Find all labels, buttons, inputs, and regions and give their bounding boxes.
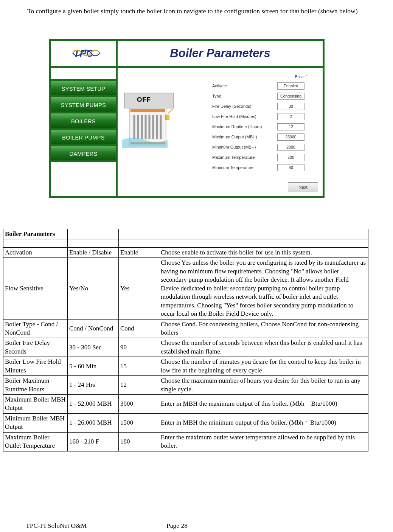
table-title: Boiler Parameters [3, 229, 68, 239]
table-row: Maximum Boiler Outlet Temperature160 - 2… [3, 432, 368, 451]
nav-sidebar: SYSTEM SETUP SYSTEM PUMPS BOILERS BOILER… [51, 68, 118, 196]
table-row: Boiler Fire Delay Seconds30 - 300 Sec90C… [3, 338, 368, 357]
field-activate[interactable]: Enabled [277, 82, 304, 90]
table-row: ActivationEnable / DisableEnableChoose e… [3, 248, 368, 258]
svg-rect-12 [165, 115, 169, 119]
label-max-temp: Maximum Temperature [212, 155, 277, 160]
intro-text: To configure a given boiler simply touch… [27, 7, 367, 16]
label-fire-delay: Fire Delay (Seconds) [212, 104, 277, 109]
nav-dampers[interactable]: DAMPERS [51, 146, 116, 162]
param-column-header: Boiler 1 [288, 75, 315, 79]
field-max-temp[interactable]: 200 [277, 154, 304, 161]
tpc-logo: TPC [51, 41, 118, 66]
label-min-temp: Minimum Temperature [212, 165, 277, 170]
nav-boilers[interactable]: BOILERS [51, 113, 116, 130]
field-fire-delay[interactable]: 30 [277, 103, 304, 110]
table-row: Minimum Boiler MBH Output1 - 26,000 MBH1… [3, 413, 368, 432]
boiler-parameters-screenshot: TPC Boiler Parameters SYSTEM SETUP SYSTE… [49, 39, 325, 198]
table-row: Boiler Low Fire Hold Minutes5 - 60 Min15… [3, 357, 368, 376]
svg-line-13 [168, 109, 173, 113]
svg-rect-2 [130, 109, 165, 112]
next-button[interactable]: Next [288, 182, 318, 192]
field-low-fire-hold[interactable]: 2 [277, 113, 304, 120]
field-max-runtime[interactable]: 12 [277, 123, 304, 130]
footer-page-number: Page 28 [162, 522, 367, 530]
label-activate: Activate [212, 84, 277, 88]
table-row: Maximum Boiler MBH Output1 - 52,000 MBH3… [3, 395, 368, 414]
label-min-output: Minimum Output (MBH) [212, 145, 277, 149]
table-row: Boiler Maximum Runtime Hours1 - 24 Hrs12… [3, 376, 368, 395]
field-max-output[interactable]: 25000 [277, 133, 304, 141]
field-type[interactable]: Condensing [277, 93, 304, 100]
field-min-temp[interactable]: 80 [277, 164, 304, 171]
table-row: Boiler Type - Cond / NonCondCond / NonCo… [3, 319, 368, 338]
boiler-state-off: OFF [137, 96, 151, 104]
label-max-runtime: Maximum Runtime (Hours) [212, 124, 277, 129]
field-min-output[interactable]: 2000 [277, 144, 304, 151]
nav-system-setup[interactable]: SYSTEM SETUP [51, 81, 116, 97]
label-low-fire-hold: Low Fire Hold (Minutes) [212, 114, 277, 119]
screen-title: Boiler Parameters [170, 47, 270, 60]
page-footer: TPC-FI SoloNet O&M Page 28 [26, 522, 367, 530]
label-max-output: Maximum Output (MBH) [212, 135, 277, 139]
footer-doc-title: TPC-FI SoloNet O&M [26, 522, 162, 530]
table-row: Flow SensitiveYes/NoYesChoose Yes unless… [3, 258, 368, 319]
boiler-icon[interactable]: OFF [122, 91, 179, 151]
boiler-parameters-table: Boiler Parameters ActivationEnable / Dis… [3, 229, 368, 451]
nav-system-pumps[interactable]: SYSTEM PUMPS [51, 97, 116, 113]
nav-boiler-pumps[interactable]: BOILER PUMPS [51, 130, 116, 146]
label-type: Type [212, 94, 277, 98]
